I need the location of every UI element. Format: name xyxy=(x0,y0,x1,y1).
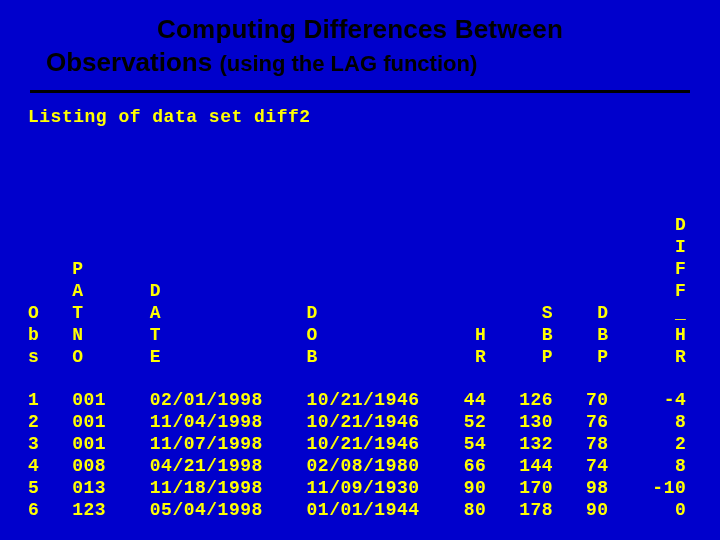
cell-date: 02/01/1998 xyxy=(117,390,274,412)
col-header-dbp: D B P xyxy=(553,193,609,369)
cell-dbp: 70 xyxy=(553,390,609,412)
cell-obs: 6 xyxy=(28,500,51,522)
cell-diff_hr: 0 xyxy=(609,500,687,522)
cell-diff_sbp: 4 xyxy=(686,412,720,434)
cell-obs: 4 xyxy=(28,456,51,478)
title-subtitle: (using the LAG function) xyxy=(219,51,477,76)
cell-obs: 5 xyxy=(28,478,51,500)
col-header-diff_hr: D I F F _ H R xyxy=(609,193,687,369)
cell-hr: 52 xyxy=(431,412,487,434)
cell-hr: 80 xyxy=(431,500,487,522)
cell-diff_hr: -10 xyxy=(609,478,687,500)
slide: Computing Differences Between Observatio… xyxy=(0,0,720,540)
col-header-diff_sbp: D I F F _ S B P xyxy=(686,193,720,369)
cell-date: 05/04/1998 xyxy=(117,500,274,522)
cell-sbp: 178 xyxy=(486,500,553,522)
cell-dob: 10/21/1946 xyxy=(274,412,431,434)
cell-obs: 1 xyxy=(28,390,51,412)
col-header-patno: P A T N O xyxy=(51,193,118,369)
cell-diff_hr: 8 xyxy=(609,412,687,434)
divider xyxy=(30,90,690,93)
cell-sbp: 126 xyxy=(486,390,553,412)
col-header-dob: D O B xyxy=(274,193,431,369)
cell-patno: 001 xyxy=(51,412,118,434)
cell-date: 04/21/1998 xyxy=(117,456,274,478)
col-header-hr: H R xyxy=(431,193,487,369)
cell-hr: 66 xyxy=(431,456,487,478)
cell-dob: 02/08/1980 xyxy=(274,456,431,478)
cell-dbp: 76 xyxy=(553,412,609,434)
cell-diff_sbp: 2 xyxy=(686,434,720,456)
cell-diff_hr: 8 xyxy=(609,456,687,478)
cell-patno: 123 xyxy=(51,500,118,522)
cell-sbp: 130 xyxy=(486,412,553,434)
cell-sbp: 144 xyxy=(486,456,553,478)
cell-obs: 3 xyxy=(28,434,51,456)
cell-patno: 013 xyxy=(51,478,118,500)
cell-patno: 001 xyxy=(51,390,118,412)
col-header-sbp: S B P xyxy=(486,193,553,369)
title-block: Computing Differences Between Observatio… xyxy=(28,14,692,84)
title-line-2a: Observations xyxy=(46,47,212,77)
table-row: 1 001 02/01/1998 10/21/1946 44 126 70 -4… xyxy=(28,390,720,412)
listing-caption: Listing of data set diff2 xyxy=(28,107,692,127)
cell-dbp: 78 xyxy=(553,434,609,456)
data-listing: O b s P A T N O D A T E xyxy=(28,149,692,540)
cell-diff_sbp: -10 xyxy=(686,478,720,500)
cell-sbp: 132 xyxy=(486,434,553,456)
cell-dob: 01/01/1944 xyxy=(274,500,431,522)
cell-hr: 90 xyxy=(431,478,487,500)
cell-dob: 11/09/1930 xyxy=(274,478,431,500)
cell-diff_hr: 2 xyxy=(609,434,687,456)
cell-date: 11/07/1998 xyxy=(117,434,274,456)
cell-diff_hr: -4 xyxy=(609,390,687,412)
table-row: 2 001 11/04/1998 10/21/1946 52 130 76 8 … xyxy=(28,412,720,434)
cell-dbp: 90 xyxy=(553,500,609,522)
cell-dob: 10/21/1946 xyxy=(274,434,431,456)
cell-patno: 008 xyxy=(51,456,118,478)
cell-date: 11/04/1998 xyxy=(117,412,274,434)
table-row: 5 013 11/18/1998 11/09/1930 90 170 98 -1… xyxy=(28,478,720,500)
cell-hr: 54 xyxy=(431,434,487,456)
cell-dob: 10/21/1946 xyxy=(274,390,431,412)
data-table: O b s P A T N O D A T E xyxy=(28,193,720,522)
cell-sbp: 170 xyxy=(486,478,553,500)
table-row: 4 008 04/21/1998 02/08/1980 66 144 74 8 … xyxy=(28,456,720,478)
cell-patno: 001 xyxy=(51,434,118,456)
cell-diff_sbp: 0 xyxy=(686,456,720,478)
cell-hr: 44 xyxy=(431,390,487,412)
cell-obs: 2 xyxy=(28,412,51,434)
cell-dbp: 98 xyxy=(553,478,609,500)
cell-date: 11/18/1998 xyxy=(117,478,274,500)
col-header-obs: O b s xyxy=(28,193,51,369)
title-line-1: Computing Differences Between xyxy=(40,14,680,45)
cell-dbp: 74 xyxy=(553,456,609,478)
spacer-row xyxy=(28,369,720,391)
table-row: 3 001 11/07/1998 10/21/1946 54 132 78 2 … xyxy=(28,434,720,456)
cell-diff_sbp: -2 xyxy=(686,390,720,412)
cell-diff_sbp: -2 xyxy=(686,500,720,522)
table-row: 6 123 05/04/1998 01/01/1944 80 178 90 0 … xyxy=(28,500,720,522)
col-header-date: D A T E xyxy=(117,193,274,369)
title-line-2: Observations (using the LAG function) xyxy=(40,47,680,78)
